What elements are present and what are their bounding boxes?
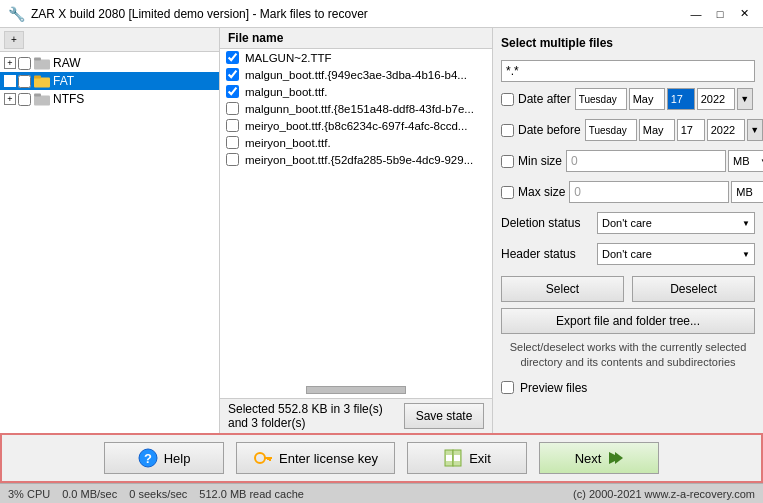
app-icon: 🔧 [8, 6, 25, 22]
date-before-dow[interactable]: Tuesday [585, 119, 637, 141]
min-size-input[interactable] [566, 150, 726, 172]
license-label: Enter license key [279, 451, 378, 466]
min-size-group: MB ▼ [566, 150, 763, 172]
titlebar-title: ZAR X build 2080 [Limited demo version] … [31, 7, 368, 21]
next-button[interactable]: Next [539, 442, 659, 474]
file-list-header: File name [220, 28, 492, 49]
max-size-checkbox[interactable] [501, 186, 514, 199]
max-size-group: MB ▼ [569, 181, 763, 203]
file-check-5[interactable] [226, 136, 239, 149]
file-name-5: meiryon_boot.ttf. [245, 137, 331, 149]
tree-item-fat[interactable]: – FAT [0, 72, 219, 90]
checkbox-ntfs[interactable] [18, 93, 31, 106]
max-size-row: Max size MB ▼ [501, 181, 755, 203]
checkbox-raw[interactable] [18, 57, 31, 70]
titlebar-controls[interactable]: — □ ✕ [685, 5, 755, 23]
svg-rect-2 [34, 78, 50, 88]
month-before-value: May [643, 124, 664, 136]
file-item-1[interactable]: malgun_boot.ttf.{949ec3ae-3dba-4b16-b4..… [220, 66, 492, 83]
date-after-dropdown[interactable]: ▼ [737, 88, 753, 110]
file-name-4: meiryo_boot.ttf.{b8c6234c-697f-4afc-8ccd… [245, 120, 467, 132]
file-item-2[interactable]: malgun_boot.ttf. [220, 83, 492, 100]
select-deselect-row: Select Deselect [501, 276, 755, 302]
max-size-label: Max size [518, 185, 565, 199]
date-after-dow[interactable]: Tuesday [575, 88, 627, 110]
file-item-6[interactable]: meiryon_boot.ttf.{52dfa285-5b9e-4dc9-929… [220, 151, 492, 168]
preview-label: Preview files [520, 381, 587, 395]
deselect-button[interactable]: Deselect [632, 276, 755, 302]
day-before-value: 17 [681, 124, 693, 136]
file-check-6[interactable] [226, 153, 239, 166]
tree-toolbar: + [0, 28, 219, 52]
close-button[interactable]: ✕ [733, 5, 755, 23]
select-button[interactable]: Select [501, 276, 624, 302]
preview-checkbox[interactable] [501, 381, 514, 394]
date-before-checkbox[interactable] [501, 124, 514, 137]
date-before-year-field[interactable]: 2022 [707, 119, 745, 141]
file-item-5[interactable]: meiryon_boot.ttf. [220, 134, 492, 151]
deletion-status-dropdown[interactable]: Don't care ▼ [597, 212, 755, 234]
date-after-year-field[interactable]: 2022 [697, 88, 735, 110]
svg-rect-5 [34, 94, 41, 97]
date-before-day-field[interactable]: 17 [677, 119, 705, 141]
expand-ntfs[interactable]: + [4, 93, 16, 105]
bottom-button-bar: ? Help Enter license key Exit Next [0, 433, 763, 483]
file-check-2[interactable] [226, 85, 239, 98]
tree-label-ntfs: NTFS [53, 92, 84, 106]
file-check-3[interactable] [226, 102, 239, 115]
date-before-row: Date before Tuesday May 17 2022 ▼ [501, 119, 755, 141]
min-size-checkbox[interactable] [501, 155, 514, 168]
cache-value: 512.0 MB read cache [199, 488, 304, 500]
license-button[interactable]: Enter license key [236, 442, 395, 474]
file-check-1[interactable] [226, 68, 239, 81]
min-size-unit[interactable]: MB ▼ [728, 150, 763, 172]
titlebar: 🔧 ZAR X build 2080 [Limited demo version… [0, 0, 763, 28]
export-button[interactable]: Export file and folder tree... [501, 308, 755, 334]
month-after-value: May [633, 93, 654, 105]
file-scrollbar[interactable] [306, 386, 406, 394]
header-status-value: Don't care [602, 248, 652, 260]
save-state-label: Save state [416, 409, 473, 423]
deletion-status-label: Deletion status [501, 216, 591, 230]
file-check-0[interactable] [226, 51, 239, 64]
next-label: Next [575, 451, 602, 466]
tree-label-fat: FAT [53, 74, 74, 88]
pattern-input[interactable] [501, 60, 755, 82]
date-before-dropdown[interactable]: ▼ [747, 119, 763, 141]
date-after-checkbox[interactable] [501, 93, 514, 106]
minimize-button[interactable]: — [685, 5, 707, 23]
save-state-button[interactable]: Save state [404, 403, 484, 429]
preview-row: Preview files [501, 381, 755, 395]
file-item-0[interactable]: MALGUN~2.TTF [220, 49, 492, 66]
file-check-4[interactable] [226, 119, 239, 132]
exit-label: Exit [469, 451, 491, 466]
max-size-unit[interactable]: MB ▼ [731, 181, 763, 203]
checkbox-fat[interactable] [18, 75, 31, 88]
svg-text:?: ? [144, 451, 152, 466]
tree-item-raw[interactable]: + RAW [0, 54, 219, 72]
cpu-value: 3% CPU [8, 488, 50, 500]
max-size-input[interactable] [569, 181, 729, 203]
date-before-group: Tuesday May 17 2022 ▼ [585, 119, 763, 141]
maximize-button[interactable]: □ [709, 5, 731, 23]
date-after-month-field[interactable]: May [629, 88, 665, 110]
deletion-status-value: Don't care [602, 217, 652, 229]
help-button[interactable]: ? Help [104, 442, 224, 474]
file-item-3[interactable]: malgunn_boot.ttf.{8e151a48-ddf8-43fd-b7e… [220, 100, 492, 117]
min-size-row: Min size MB ▼ [501, 150, 755, 172]
header-status-label: Header status [501, 247, 591, 261]
select-multiple-title: Select multiple files [501, 36, 755, 50]
exit-button[interactable]: Exit [407, 442, 527, 474]
tree-item-ntfs[interactable]: + NTFS [0, 90, 219, 108]
header-status-row: Header status Don't care ▼ [501, 243, 755, 265]
file-item-4[interactable]: meiryo_boot.ttf.{b8c6234c-697f-4afc-8ccd… [220, 117, 492, 134]
expand-fat[interactable]: – [4, 75, 16, 87]
date-after-day-field[interactable]: 17 [667, 88, 695, 110]
next-icon [607, 450, 623, 466]
svg-rect-15 [454, 455, 460, 461]
folder-icon-raw [34, 56, 50, 70]
tree-toolbar-btn[interactable]: + [4, 31, 24, 49]
header-status-dropdown[interactable]: Don't care ▼ [597, 243, 755, 265]
date-before-month-field[interactable]: May [639, 119, 675, 141]
expand-raw[interactable]: + [4, 57, 16, 69]
